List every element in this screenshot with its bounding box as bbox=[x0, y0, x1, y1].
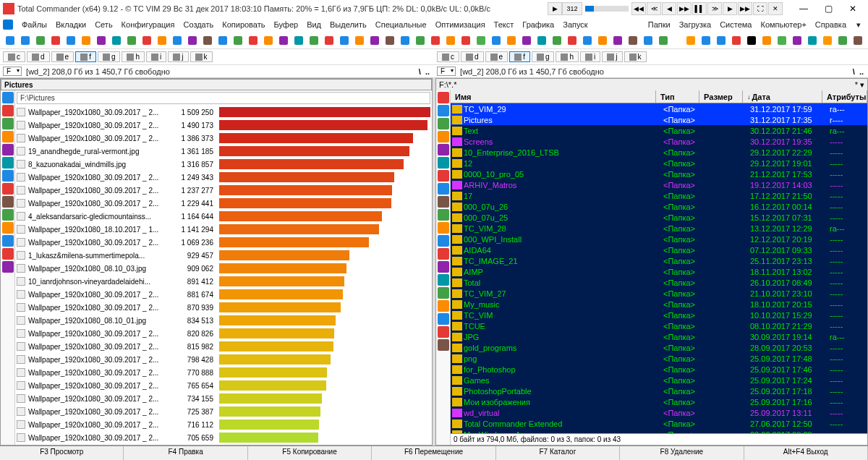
list-item[interactable]: Мои изображения<Папка>25.09.2017 17:16--… bbox=[451, 396, 867, 407]
drive-button-h[interactable]: h bbox=[122, 51, 145, 62]
toolbar-icon[interactable] bbox=[231, 33, 245, 48]
toolbar-icon[interactable] bbox=[595, 33, 610, 48]
toolbar-icon[interactable] bbox=[155, 33, 169, 48]
toolbar-icon[interactable] bbox=[580, 33, 595, 48]
toolbar-icon[interactable] bbox=[322, 33, 336, 48]
toolbar-icon[interactable] bbox=[565, 33, 579, 48]
list-item[interactable]: TC_VIM_27<Папка>21.10.2017 23:10----- bbox=[451, 288, 867, 299]
left-path[interactable]: F:\Pictures bbox=[17, 92, 430, 104]
size-row[interactable]: Wallpaper_1920x1080_30.09.2017 _ 2...1 3… bbox=[15, 132, 432, 145]
menu-item[interactable]: Вид bbox=[302, 19, 326, 30]
toolbar-icon[interactable] bbox=[3, 33, 17, 48]
strip-icon[interactable] bbox=[438, 235, 449, 247]
toolbar-icon[interactable] bbox=[292, 33, 306, 48]
menu-item[interactable]: Файлы bbox=[17, 19, 51, 30]
drive-button-c[interactable]: c bbox=[437, 51, 459, 62]
menu-item[interactable]: Текст bbox=[490, 19, 519, 30]
menu-item[interactable]: Папки bbox=[644, 19, 675, 30]
strip-icon[interactable] bbox=[438, 157, 449, 169]
menu-dropdown-icon[interactable]: ▾ bbox=[852, 19, 865, 31]
list-item[interactable]: Screens<Папка>30.12.2017 19:35----- bbox=[451, 136, 867, 147]
media-button[interactable]: ◀ bbox=[662, 2, 676, 15]
list-item[interactable]: AIDA64<Папка>07.12.2017 09:33----- bbox=[451, 244, 867, 255]
size-row[interactable]: Wallpaper_1920x1080_30.09.2017 _ 2...1 5… bbox=[15, 106, 432, 119]
strip-icon[interactable] bbox=[2, 235, 14, 247]
toolbar-icon[interactable] bbox=[535, 33, 549, 48]
size-row[interactable]: Wallpaper_1920x1080_30.09.2017 _ 2...716… bbox=[15, 418, 432, 431]
menu-item[interactable]: Загрузка bbox=[675, 19, 715, 30]
col-attr[interactable]: Атрибуты bbox=[822, 90, 867, 103]
fkey-button[interactable]: F7 Каталог bbox=[496, 446, 620, 460]
strip-icon[interactable] bbox=[438, 222, 449, 234]
toolbar-icon[interactable] bbox=[276, 33, 291, 48]
col-type[interactable]: Тип bbox=[656, 90, 699, 103]
size-row[interactable]: Wallpaper_1920x1080_30.09.2017 _ 2...798… bbox=[15, 353, 432, 366]
menu-item[interactable]: Специальные bbox=[371, 19, 431, 30]
drive-button-j[interactable]: j bbox=[602, 51, 622, 62]
toolbar-icon[interactable] bbox=[170, 33, 184, 48]
menu-item[interactable]: Компьютер+ bbox=[756, 19, 810, 30]
fkey-button[interactable]: F4 Правка bbox=[124, 446, 247, 460]
media-button[interactable]: ◀◀ bbox=[631, 2, 646, 15]
toolbar-icon[interactable] bbox=[398, 33, 412, 48]
toolbar-icon[interactable] bbox=[261, 33, 276, 48]
size-row[interactable]: Wallpaper_1920x1080_30.09.2017 _ 2...1 2… bbox=[15, 197, 432, 210]
toolbar-icon[interactable] bbox=[744, 33, 759, 48]
size-row[interactable]: Wallpaper_1920x1080_30.09.2017 _ 2...1 2… bbox=[15, 184, 432, 197]
toolbar-icon[interactable] bbox=[64, 33, 78, 48]
toolbar-icon[interactable] bbox=[820, 33, 835, 48]
drive-button-g[interactable]: g bbox=[98, 51, 121, 62]
menu-item[interactable]: Графика bbox=[518, 19, 558, 30]
drive-button-d[interactable]: d bbox=[27, 51, 50, 62]
toolbar-icon[interactable] bbox=[352, 33, 367, 48]
col-size[interactable]: Размер bbox=[699, 90, 743, 103]
list-item[interactable]: AIMP<Папка>18.11.2017 13:02----- bbox=[451, 266, 867, 277]
strip-icon[interactable] bbox=[438, 144, 449, 156]
toolbar-icon[interactable] bbox=[775, 33, 789, 48]
list-item[interactable]: Games<Папка>25.09.2017 17:24----- bbox=[451, 375, 867, 386]
list-item[interactable]: TC_VIM<Папка>10.10.2017 15:29----- bbox=[451, 310, 867, 320]
size-row[interactable]: 8_kazuonakadai_windmills.jpg1 316 857 bbox=[15, 158, 432, 171]
size-row[interactable]: Wallpaper_1920x1080_30.09.2017 _ 2...1 0… bbox=[15, 236, 432, 249]
column-headers[interactable]: Имя Тип Размер ↓Дата Атрибуты bbox=[451, 90, 867, 103]
toolbar-icon[interactable] bbox=[216, 33, 230, 48]
fkey-button[interactable]: F8 Удаление bbox=[620, 446, 744, 460]
media-button[interactable]: ≪ bbox=[647, 2, 661, 15]
strip-icon[interactable] bbox=[438, 300, 449, 312]
list-item[interactable]: 000_07u_26<Папка>16.12.2017 00:14----- bbox=[451, 201, 867, 212]
toolbar-icon[interactable] bbox=[459, 33, 473, 48]
list-item[interactable]: wd_virtual<Папка>25.09.2017 13:11----- bbox=[451, 407, 867, 418]
fkey-button[interactable]: F6 Перемещение bbox=[372, 446, 495, 460]
menu-item[interactable]: Запуск bbox=[558, 19, 592, 30]
strip-icon[interactable] bbox=[2, 144, 14, 156]
menu-item[interactable]: Система bbox=[715, 19, 756, 30]
strip-icon[interactable] bbox=[2, 248, 14, 260]
size-row[interactable]: Wallpaper_1920x1080_30.09.2017 _ 2...881… bbox=[15, 288, 432, 301]
list-item[interactable]: for_Photoshop<Папка>25.09.2017 17:46----… bbox=[451, 364, 867, 375]
size-row[interactable]: Wallpaper_1920x1080_30.09.2017 _ 2...734… bbox=[15, 392, 432, 405]
size-row[interactable]: 1_lukasz&milena-summertimepola...929 457 bbox=[15, 249, 432, 262]
drive-button-d[interactable]: d bbox=[461, 51, 484, 62]
list-item[interactable]: ARHIV_Matros<Папка>19.12.2017 14:03----- bbox=[451, 179, 867, 190]
path-up-right[interactable]: .. bbox=[858, 67, 865, 76]
menu-item[interactable]: Конфигурация bbox=[117, 19, 179, 30]
list-item[interactable]: 12<Папка>29.12.2017 19:01----- bbox=[451, 158, 867, 169]
toolbar-icon[interactable] bbox=[94, 33, 109, 48]
list-item[interactable]: 10_Enterprise_2016_LTSB<Папка>29.12.2017… bbox=[451, 147, 867, 158]
drive-combo-left[interactable]: F bbox=[3, 67, 22, 76]
strip-icon[interactable] bbox=[2, 131, 14, 142]
size-row[interactable]: Wallpaper_1920x1080_18.10.2017 _ 1...1 1… bbox=[15, 223, 432, 236]
drive-button-e[interactable]: e bbox=[485, 51, 509, 62]
strip-icon[interactable] bbox=[2, 157, 14, 169]
drive-button-k[interactable]: k bbox=[624, 51, 647, 62]
fkey-button[interactable]: Alt+F4 Выход bbox=[744, 446, 868, 460]
media-button[interactable]: ⛶ bbox=[753, 2, 767, 15]
drive-button-e[interactable]: e bbox=[51, 51, 75, 62]
list-item[interactable]: 0000_10_pro_05<Папка>21.12.2017 17:53---… bbox=[451, 169, 867, 179]
toolbar-icon[interactable] bbox=[610, 33, 625, 48]
list-item[interactable]: PhotoshopPortable<Папка>25.09.2017 17:18… bbox=[451, 386, 867, 396]
toolbar-icon[interactable] bbox=[641, 33, 655, 48]
size-row[interactable]: Wallpaper_1920x1080_30.09.2017 _ 2...770… bbox=[15, 366, 432, 379]
list-item[interactable]: TCUE<Папка>08.10.2017 21:29----- bbox=[451, 320, 867, 331]
size-row[interactable]: Wallpaper_1920x1080_30.09.2017 _ 2...765… bbox=[15, 379, 432, 392]
